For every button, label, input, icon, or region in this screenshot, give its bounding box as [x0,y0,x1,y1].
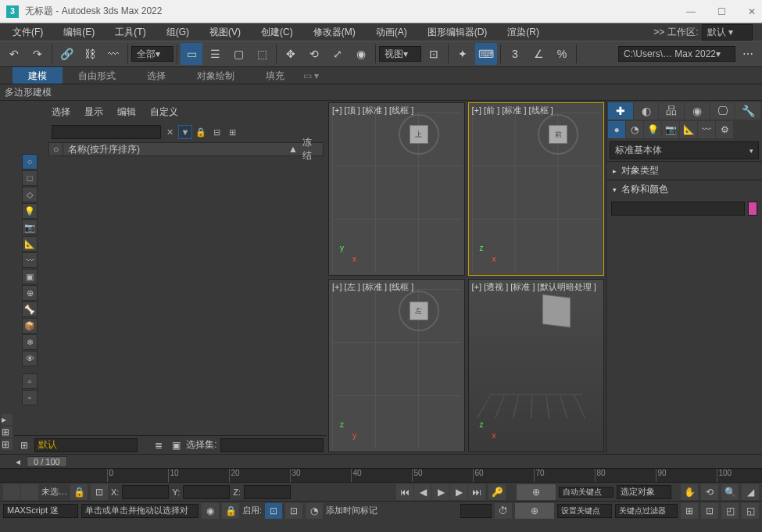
scene-header-icon[interactable]: ○ [49,143,63,155]
ribbon-tab-objectpaint[interactable]: 对象绘制 [181,67,250,84]
nav-pan-icon[interactable]: ✋ [681,484,698,500]
use-pivot-center-button[interactable]: ⊡ [423,43,445,65]
subcat-cameras-icon[interactable]: 📷 [662,121,679,138]
percent-snap-button[interactable]: % [551,43,573,65]
window-crossing-button[interactable]: ⬚ [251,43,273,65]
rollout-name-color[interactable]: 名称和颜色 [606,180,762,198]
snap-toggle-button[interactable]: 3 [504,43,526,65]
rollout-object-type[interactable]: 对象类型 [606,161,762,180]
menu-modifiers[interactable]: 修改器(M) [304,24,365,41]
menu-render[interactable]: 渲染(R) [498,24,549,41]
time-slider-left-icon[interactable]: ◂ [16,456,20,467]
cmdtab-hierarchy[interactable]: 品 [659,102,684,120]
select-rotate-button[interactable]: ⟲ [303,43,325,65]
nav-maxview-icon[interactable]: ◰ [721,503,739,519]
scene-search-input[interactable] [52,125,161,139]
filter-extra2-icon[interactable]: ▫ [22,390,38,405]
subcat-lights-icon[interactable]: 💡 [644,121,661,138]
filter-hidden-icon[interactable]: 👁 [22,351,38,366]
filter-shapes-icon[interactable]: ◇ [22,187,38,202]
workspace-arrows[interactable]: >> [653,27,664,37]
scmenu-edit[interactable]: 编辑 [117,105,136,119]
viewport-thumb-1[interactable] [3,484,20,500]
filter-container-icon[interactable]: 📦 [22,318,38,334]
y-input[interactable] [183,485,230,499]
lock-selection-icon[interactable]: 🔒 [70,484,88,500]
enable-toggle-2[interactable]: ⊡ [285,503,302,519]
selected-obj-dropdown[interactable]: 选定对象 [617,485,671,499]
filter-frozen-icon[interactable]: ❄ [22,334,38,350]
link-button[interactable]: 🔗 [55,43,77,65]
filter-cameras-icon[interactable]: 📷 [22,220,38,235]
cmdtab-display[interactable]: 🖵 [710,102,735,120]
ribbon-expand-icon[interactable]: ▭ ▾ [303,70,319,81]
nav-zoom-icon[interactable]: 🔍 [721,484,739,500]
maxscript-listener[interactable]: MAXScript 迷 [3,504,78,518]
keyboard-shortcut-button[interactable]: ⌨ [475,43,497,65]
select-manipulate-button[interactable]: ✦ [452,43,474,65]
nav-zoomext-icon[interactable]: ⊡ [701,503,718,519]
autokey-button[interactable]: 自动关键点 [559,487,614,498]
viewport-top-label[interactable]: [+] [顶 ] [标准 ] [线框 ] [332,105,413,116]
keyfilter-button[interactable]: 关键点过滤器 [615,504,678,518]
enable-toggle-3[interactable]: ◔ [306,503,323,519]
prev-frame-icon[interactable]: ◀ [414,484,431,500]
filter-bone-icon[interactable]: 🦴 [22,302,38,317]
select-by-name-button[interactable]: ☰ [204,43,226,65]
time-slider[interactable]: ◂ 0 / 100 [0,454,762,468]
nav-zoomall-icon[interactable]: ⊞ [681,503,698,519]
close-button[interactable]: ✕ [748,6,756,17]
filter-geometry-icon[interactable]: □ [22,170,38,186]
setkey-button[interactable]: 设置关键点 [557,504,612,518]
key-mode-icon[interactable]: 🔑 [488,484,506,500]
select-place-button[interactable]: ◉ [350,43,372,65]
ribbon-sub-polymodel[interactable]: 多边形建模 [5,86,52,99]
cmdtab-motion[interactable]: ◉ [685,102,710,120]
select-region-rect-button[interactable]: ▢ [227,43,249,65]
menu-edit[interactable]: 编辑(E) [54,24,104,41]
subcat-helpers-icon[interactable]: 📐 [680,121,697,138]
viewport-perspective[interactable]: [+] [透视 ] [标准 ] [默认明暗处理 ] zx [468,279,605,452]
scene-tree-area[interactable] [45,158,327,435]
add-time-tag-label[interactable]: 添加时间标记 [326,505,377,516]
menu-tools[interactable]: 工具(T) [106,24,155,41]
time-slider-handle[interactable]: 0 / 100 [27,456,67,467]
ribbon-tab-populate[interactable]: 填充 [250,67,300,84]
undo-button[interactable]: ↶ [3,43,25,65]
viewcube-front[interactable]: 前 [535,111,581,158]
goto-start-icon[interactable]: ⏮ [396,484,413,500]
viewport-persp-label[interactable]: [+] [透视 ] [标准 ] [默认明暗处理 ] [472,281,596,293]
time-ruler[interactable]: 0 10 20 30 40 50 60 70 80 90 100 [0,468,762,482]
selection-lock-icon[interactable]: 🔒 [222,503,239,519]
ref-coord-dropdown[interactable]: 视图 ▾ [379,46,421,62]
big-nav-button-2[interactable]: ⊕ [515,503,554,519]
select-move-button[interactable]: ✥ [280,43,302,65]
viewport-left[interactable]: [+] [左 ] [标准 ] [线框 ] 左 zy [328,279,465,452]
ribbon-tab-selection[interactable]: 选择 [131,67,181,84]
nav-orbit-icon[interactable]: ⟲ [701,484,718,500]
subcat-shapes-icon[interactable]: ◔ [626,121,643,138]
cmdtab-modify[interactable]: ◐ [634,102,659,120]
ribbon-tab-freeform[interactable]: 自由形式 [63,67,131,84]
scmenu-display[interactable]: 显示 [84,105,103,119]
viewport-layout-button[interactable]: ⊞ [2,427,13,437]
subcat-systems-icon[interactable]: ⚙ [716,121,733,138]
cmdtab-utilities[interactable]: 🔧 [735,102,760,120]
big-nav-button-1[interactable]: ⊕ [517,484,556,500]
viewport-front-label[interactable]: [+] [前 ] [标准 ] [线框 ] [472,105,553,116]
expand-icon[interactable]: ⊟ [209,125,224,139]
selection-filter-dropdown[interactable]: 全部 ▾ [131,46,174,62]
coord-display-icon[interactable]: ⊡ [91,484,108,500]
filter-helpers-icon[interactable]: 📐 [22,236,38,252]
nav-minview-icon[interactable]: ◱ [742,503,759,519]
frame-input[interactable] [460,504,492,518]
scmenu-select[interactable]: 选择 [52,105,70,119]
filter-lights-icon[interactable]: 💡 [22,203,38,219]
maximize-button[interactable]: ☐ [717,6,726,17]
time-config-icon[interactable]: ⏱ [495,503,512,519]
viewport-layout-button-2[interactable]: ⊞ [2,439,13,450]
track-bar-toggle[interactable]: ▸ [2,414,13,425]
next-frame-icon[interactable]: ▶ [450,484,467,500]
menu-grapheditors[interactable]: 图形编辑器(D) [418,24,497,41]
play-icon[interactable]: ▶ [432,484,449,500]
